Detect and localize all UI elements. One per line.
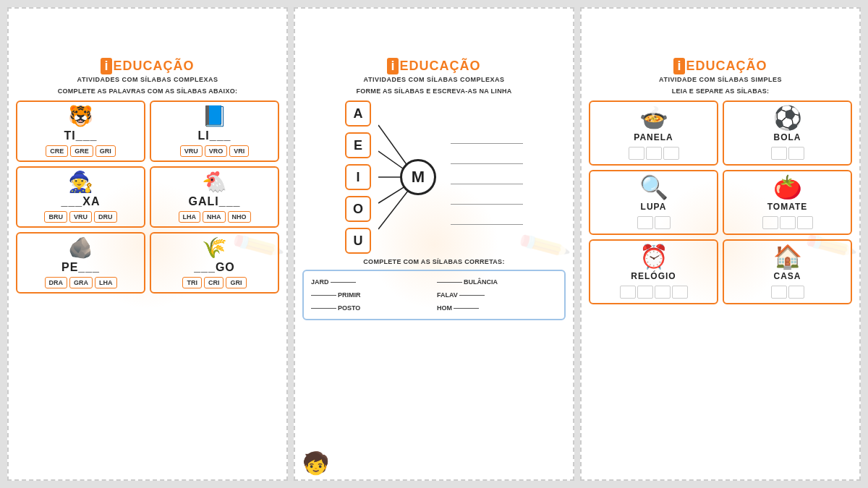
complete-title: COMPLETE COM AS SÍLABAS CORRETAS: <box>302 258 566 265</box>
vowels-column: A E I O U <box>345 100 371 254</box>
fill-row-5: HOM <box>437 303 557 313</box>
syl-0-0[interactable]: CRE <box>46 145 68 157</box>
answer-line-3[interactable] <box>451 170 523 184</box>
tomate-syl-1[interactable] <box>762 216 778 229</box>
word-label-1: LI___ <box>198 129 231 142</box>
image-card-lupa: 🔍 LUPA <box>589 170 718 235</box>
bola-syl-2[interactable] <box>788 147 804 160</box>
syl-5-1[interactable]: CRI <box>204 277 224 288</box>
fill-blank-5[interactable] <box>454 308 479 309</box>
tomate-icon: 🍅 <box>773 176 802 199</box>
image-card-relogio: ⏰ RELÓGIO <box>589 239 718 304</box>
bola-syl-boxes <box>771 147 804 160</box>
answer-line-4[interactable] <box>451 190 523 205</box>
tomate-syl-2[interactable] <box>780 216 796 229</box>
fill-prefix-3: FALAV <box>437 291 458 299</box>
syl-2-2[interactable]: DRU <box>94 211 117 223</box>
image-card-tomate: 🍅 TOMATE <box>723 170 852 235</box>
fill-blank-1[interactable] <box>437 282 462 283</box>
syl-2-0[interactable]: BRU <box>44 211 67 223</box>
answer-line-2[interactable] <box>451 150 523 164</box>
bola-syl-1[interactable] <box>771 147 787 160</box>
syllable-options-4: DRA GRA LHA <box>45 277 117 288</box>
relogio-syl-1[interactable] <box>620 286 636 299</box>
syl-1-0[interactable]: VRU <box>180 145 203 157</box>
logo-i-1: i <box>101 58 111 74</box>
fill-suffix-1: BULÂNCIA <box>464 278 498 286</box>
casa-syl-1[interactable] <box>771 286 787 299</box>
casa-icon: 🏠 <box>773 245 802 268</box>
syl-4-2[interactable]: LHA <box>95 277 117 288</box>
answer-line-1[interactable] <box>451 129 523 144</box>
fill-blank-2[interactable] <box>311 295 336 296</box>
syl-3-1[interactable]: NHA <box>203 211 226 223</box>
lupa-syl-2[interactable] <box>655 216 671 229</box>
relogio-icon: ⏰ <box>639 245 668 268</box>
word-label-4: PE___ <box>61 261 100 274</box>
image-cards-grid: 🍲 PANELA ⚽ BOLA 🔍 LUPA <box>589 100 852 304</box>
witch-icon: 🧙 <box>68 172 93 192</box>
syl-0-1[interactable]: GRE <box>70 145 93 157</box>
lupa-syl-boxes <box>637 216 671 229</box>
panela-syl-1[interactable] <box>629 147 644 160</box>
relogio-syl-4[interactable] <box>672 286 688 299</box>
logo-1: i EDUCAÇÃO <box>101 58 194 74</box>
rock-icon: 🪨 <box>68 238 93 258</box>
instruction-3: LEIA E SEPARE AS SÍLABAS: <box>672 87 770 95</box>
tomate-syl-3[interactable] <box>797 216 813 229</box>
syllable-options-2: BRU VRU DRU <box>44 211 116 223</box>
subtitle-2: ATIVIDADES COM SÍLABAS COMPLEXAS <box>364 76 505 83</box>
vowel-O: O <box>345 196 371 222</box>
bola-label: BOLA <box>774 132 801 142</box>
kid-figure-icon: 🧒 <box>302 450 329 476</box>
lupa-syl-1[interactable] <box>637 216 653 229</box>
chicken-icon: 🐔 <box>202 172 227 192</box>
lupa-label: LUPA <box>641 202 667 212</box>
casa-label: CASA <box>773 271 801 281</box>
vowel-E: E <box>345 132 371 158</box>
fill-prefix-0: JARD <box>311 278 329 286</box>
word-card-2: 🧙 ___XA BRU VRU DRU <box>16 166 145 228</box>
syllable-options-3: LHA NHA NHO <box>179 211 251 223</box>
syl-1-2[interactable]: VRI <box>229 145 249 157</box>
word-label-0: TI___ <box>64 129 98 142</box>
fill-blank-3[interactable] <box>459 295 485 296</box>
casa-syl-boxes <box>771 286 804 299</box>
word-label-2: ___XA <box>61 195 101 208</box>
panela-syl-3[interactable] <box>663 147 679 160</box>
vowel-section: A E I O U <box>302 100 566 254</box>
logo-text-2: EDUCAÇÃO <box>400 59 481 74</box>
syl-5-2[interactable]: GRI <box>226 277 246 288</box>
syl-1-1[interactable]: VRO <box>205 145 228 157</box>
syl-4-1[interactable]: GRA <box>69 277 93 288</box>
word-card-5: 🌾 ___GO TRI CRI GRI <box>150 232 279 294</box>
word-label-5: ___GO <box>194 261 235 274</box>
relogio-syl-3[interactable] <box>655 286 671 299</box>
complete-box: JARD BULÂNCIA PRIMIR FALAV POSTO HOM <box>302 270 566 320</box>
casa-syl-2[interactable] <box>788 286 804 299</box>
relogio-syl-2[interactable] <box>637 286 653 299</box>
fill-row-0: JARD <box>311 277 431 287</box>
syl-3-2[interactable]: NHO <box>228 211 251 223</box>
subtitle-3: ATIVIDADE COM SÍLABAS SIMPLES <box>659 76 782 83</box>
image-card-casa: 🏠 CASA <box>723 239 852 304</box>
panela-syl-2[interactable] <box>646 147 662 160</box>
fill-suffix-2: PRIMIR <box>338 291 361 299</box>
answer-line-5[interactable] <box>451 210 523 225</box>
fill-blank-0[interactable] <box>331 282 356 283</box>
syl-0-2[interactable]: GRI <box>95 145 116 157</box>
word-card-4: 🪨 PE___ DRA GRA LHA <box>16 232 145 294</box>
syl-5-0[interactable]: TRI <box>182 277 202 288</box>
image-card-bola: ⚽ BOLA <box>723 100 852 166</box>
fill-blank-4[interactable] <box>311 308 336 309</box>
syl-3-0[interactable]: LHA <box>179 211 201 223</box>
logo-text-1: EDUCAÇÃO <box>114 59 195 74</box>
word-cards-grid: 🐯 TI___ CRE GRE GRI 📘 LI___ VRU VRO VRI <box>16 100 279 294</box>
syl-2-1[interactable]: VRU <box>69 211 92 223</box>
m-circle: M <box>400 159 436 195</box>
syl-4-0[interactable]: DRA <box>45 277 68 288</box>
tomate-label: TOMATE <box>767 202 808 212</box>
panela-syl-boxes <box>629 147 679 160</box>
lupa-icon: 🔍 <box>639 176 668 199</box>
fill-suffix-4: POSTO <box>338 304 360 312</box>
